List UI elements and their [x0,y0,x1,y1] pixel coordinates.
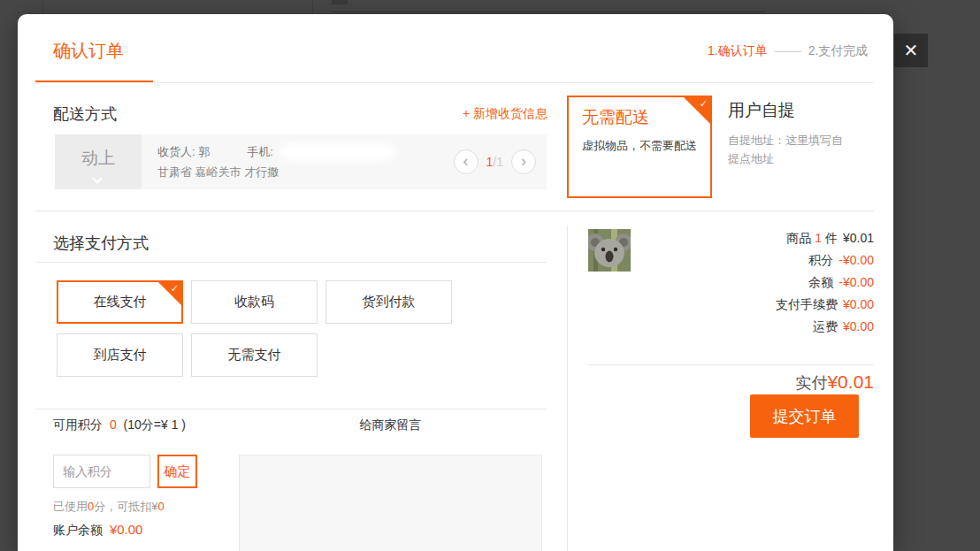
points-available-value: 0 [110,417,117,432]
chevron-right-icon: › [521,152,526,171]
delivery-option-pickup[interactable]: 用户自提 [728,99,795,122]
pay-method-online[interactable]: 在线支付 ✓ [57,280,183,324]
step-confirm-order: 1.确认订单 [708,43,768,59]
balance-value: ¥0.00 [110,522,143,537]
address-pager: ‹ 1/1 › [454,134,536,189]
points-rate: (10分=¥ 1 ) [124,417,186,432]
points-input[interactable] [53,455,150,488]
points-divider [35,409,547,409]
payment-divider [35,262,547,263]
check-icon: ✓ [700,98,708,110]
summary-row-fee: 支付手续费¥0.00 [588,294,874,316]
summary-column-divider [567,226,568,551]
address-page-indicator: 1/1 [486,155,503,169]
close-button[interactable]: ✕ [894,34,928,67]
option-desc: 虚拟物品，不需要配送 [582,138,701,154]
chevron-left-icon: ‹ [463,152,469,171]
pay-method-label: 收款码 [234,294,274,310]
next-address-button[interactable]: › [511,149,536,174]
pay-method-none[interactable]: 无需支付 [191,333,318,377]
carrier-block[interactable]: 动上 [55,134,142,189]
receiver-name: 收货人: 郭 [157,144,210,160]
background-page-rule [332,11,765,12]
section-divider [35,210,874,211]
delivery-option-no-delivery[interactable]: 无需配送 虚拟物品，不需要配送 ✓ [567,96,712,198]
points-label: 可用积分 [53,417,103,432]
pay-method-label: 无需支付 [228,347,281,364]
pay-method-cod[interactable]: 货到付款 [325,280,452,324]
points-available-line: 可用积分 0 (10分=¥ 1 ) [53,417,186,433]
balance-label: 账户余额 [53,523,103,537]
pay-method-instore[interactable]: 到店支付 [57,333,183,377]
chevron-down-icon [92,173,102,183]
phone-number-redacted [279,144,395,160]
pay-method-qrcode[interactable]: 收款码 [191,280,318,324]
total-value: ¥0.01 [827,371,874,392]
points-used-line: 已使用0分，可抵扣¥0 [53,499,165,515]
background-page-text [332,0,348,4]
pickup-desc: 自提地址：这里填写自提点地址 [728,131,850,168]
merchant-message-label: 给商家留言 [239,417,542,433]
account-balance-line: 账户余额 ¥0.00 [53,522,142,539]
summary-row-goods: 商品1件¥0.01 [588,227,874,249]
pay-method-label: 到店支付 [94,347,147,364]
step-payment-done: 2.支付完成 [808,43,869,59]
payment-section-title: 选择支付方式 [53,233,149,254]
page-title: 确认订单 [53,39,124,63]
summary-row-balance: 余额-¥0.00 [588,272,874,294]
header-divider [35,82,874,83]
points-confirm-button[interactable]: 确定 [157,455,197,488]
add-address-link[interactable]: + 新增收货信息 [459,106,547,122]
pay-method-label: 货到付款 [363,294,416,310]
close-icon: ✕ [904,40,919,61]
background-page-divider [312,0,313,14]
address-region: 甘肃省 嘉峪关市 才行撒 [157,165,279,180]
submit-order-button[interactable]: 提交订单 [750,394,859,438]
checkout-steps: 1.确认订单 2.支付完成 [708,43,868,59]
check-icon: ✓ [171,283,179,295]
total-line: 实付¥0.01 [588,371,874,394]
summary-row-shipping: 运费¥0.00 [588,316,874,338]
phone-label: 手机: [247,144,273,160]
order-summary: 商品1件¥0.01 积分-¥0.00 余额-¥0.00 支付手续费¥0.00 运… [588,227,874,338]
summary-divider [588,364,874,365]
total-label: 实付 [795,374,827,392]
summary-row-points: 积分-¥0.00 [588,249,874,272]
address-line-receiver: 收货人: 郭 手机: [157,144,395,160]
carrier-name: 动上 [81,147,115,170]
option-title: 无需配送 [582,106,649,129]
merchant-message-textarea[interactable] [239,455,542,551]
address-card[interactable]: 动上 收货人: 郭 手机: 甘肃省 嘉峪关市 才行撒 ‹ 1/1 › [55,134,547,189]
background-page-divider [42,0,43,14]
order-confirm-modal: 确认订单 1.确认订单 2.支付完成 配送方式 + 新增收货信息 动上 收货人:… [18,14,893,551]
prev-address-button[interactable]: ‹ [454,149,479,174]
delivery-section-title: 配送方式 [53,103,117,125]
step-connector [775,51,801,52]
pay-method-label: 在线支付 [94,294,147,310]
